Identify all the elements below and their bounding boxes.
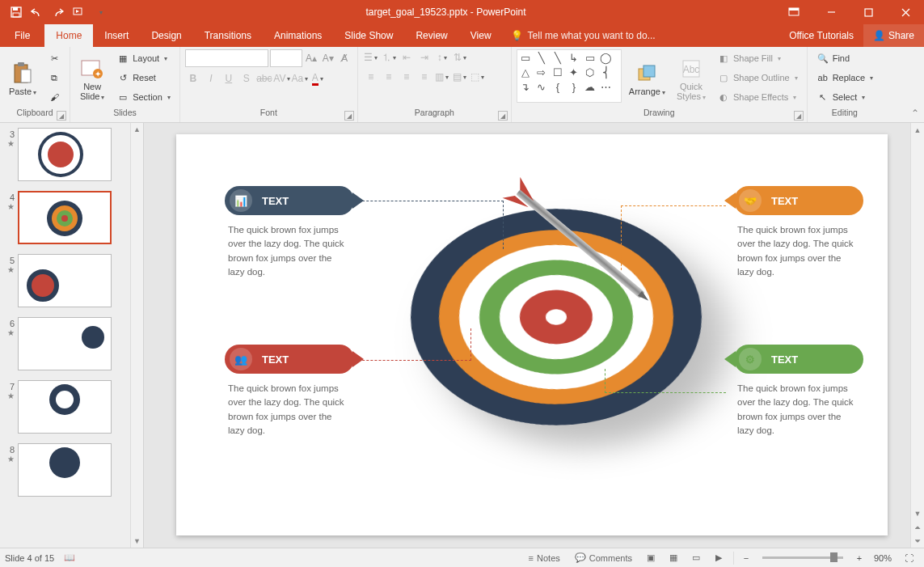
align-text-button[interactable]: ▤	[452, 69, 468, 85]
notes-button[interactable]: ≡ Notes	[522, 550, 567, 566]
thumbnail-scrollbar[interactable]: ▲▼	[130, 123, 143, 548]
ribbon-display-options-icon[interactable]	[775, 0, 812, 24]
scroll-up-icon[interactable]: ▲	[911, 123, 924, 137]
callout-top-left[interactable]: 📊TEXT The quick brown fox jumps over the…	[225, 186, 354, 287]
paste-button[interactable]: Paste	[5, 49, 40, 108]
columns-button[interactable]: ▥	[434, 69, 450, 85]
tab-design[interactable]: Design	[140, 24, 192, 47]
select-button[interactable]: ↖Select	[812, 88, 877, 106]
redo-icon[interactable]	[49, 2, 68, 22]
tab-review[interactable]: Review	[404, 24, 458, 47]
slideshow-view-icon[interactable]: ▶	[708, 550, 729, 566]
font-name-combo[interactable]	[185, 49, 268, 67]
tab-file[interactable]: File	[0, 24, 44, 47]
paragraph-dialog-launcher[interactable]: ◢	[498, 111, 508, 121]
callout-top-right[interactable]: 🤝TEXT The quick brown fox jumps over the…	[734, 186, 863, 287]
zoom-level[interactable]: 90%	[874, 553, 892, 563]
shape-outline-button[interactable]: ▢Shape Outline	[713, 69, 802, 87]
justify-button[interactable]: ≡	[416, 69, 432, 85]
change-case-button[interactable]: Aa	[292, 70, 308, 87]
drawing-dialog-launcher[interactable]: ◢	[794, 111, 804, 121]
text-direction-button[interactable]: ⇅	[452, 49, 468, 66]
callout-bottom-right[interactable]: ⚙TEXT The quick brown fox jumps over the…	[734, 345, 863, 446]
tab-home[interactable]: Home	[44, 24, 93, 47]
prev-slide-icon[interactable]: ⏶	[911, 520, 924, 534]
callout-bottom-left[interactable]: 👥TEXT The quick brown fox jumps over the…	[225, 345, 354, 446]
reset-button[interactable]: ↺Reset	[112, 69, 175, 87]
align-right-button[interactable]: ≡	[399, 69, 415, 85]
scroll-up-icon[interactable]: ▲	[131, 123, 143, 136]
zoom-slider[interactable]	[762, 556, 843, 559]
zoom-out-button[interactable]: −	[738, 553, 754, 563]
tell-me-search[interactable]: 💡 Tell me what you want to do...	[503, 24, 780, 47]
close-button[interactable]	[887, 0, 924, 24]
next-slide-icon[interactable]: ⏷	[911, 534, 924, 548]
canvas-vertical-scrollbar[interactable]: ▲▼⏶⏷	[910, 123, 924, 548]
normal-view-icon[interactable]: ▣	[640, 550, 661, 566]
qat-customize-icon[interactable]	[91, 2, 110, 22]
thumbnail-6[interactable]: 6★	[0, 312, 143, 375]
scroll-down-icon[interactable]: ▼	[911, 506, 924, 520]
replace-button[interactable]: abReplace	[812, 69, 877, 87]
zoom-in-button[interactable]: +	[851, 553, 867, 563]
section-button[interactable]: ▭Section	[112, 88, 175, 106]
format-painter-button[interactable]: 🖌	[44, 88, 65, 106]
clear-formatting-icon[interactable]: A̸	[337, 50, 352, 66]
tab-slideshow[interactable]: Slide Show	[333, 24, 404, 47]
thumbnail-8[interactable]: 8★	[0, 438, 143, 501]
bullets-button[interactable]: ☰	[363, 49, 379, 66]
font-size-combo[interactable]	[270, 49, 302, 67]
shadow-button[interactable]: S	[238, 70, 255, 87]
font-color-button[interactable]: A	[310, 70, 326, 87]
shapes-gallery[interactable]: ▭╲╲↳▭◯ △⇨☐✦⬡⎨ ↴∿{}☁⋯	[517, 49, 622, 103]
thumbnail-7[interactable]: 7★	[0, 375, 143, 438]
minimize-button[interactable]	[812, 0, 850, 24]
increase-indent-button[interactable]: ⇥	[416, 49, 432, 66]
slide-thumbnail-pane[interactable]: 3★ 4★ 5★ 6★ 7★ 8★ ▲▼	[0, 123, 144, 548]
numbering-button[interactable]: ⒈	[381, 49, 397, 66]
shape-fill-button[interactable]: ◧Shape Fill	[713, 49, 802, 67]
italic-button[interactable]: I	[203, 70, 219, 87]
align-left-button[interactable]: ≡	[363, 69, 379, 85]
arrange-button[interactable]: Arrange	[625, 49, 669, 108]
shape-effects-button[interactable]: ◐Shape Effects	[713, 88, 802, 106]
tab-view[interactable]: View	[459, 24, 503, 47]
line-spacing-button[interactable]: ↕	[434, 49, 450, 66]
save-icon[interactable]	[6, 2, 26, 22]
align-center-button[interactable]: ≡	[381, 69, 397, 85]
share-button[interactable]: 👤 Share	[863, 24, 924, 47]
bold-button[interactable]: B	[185, 70, 201, 87]
thumbnail-5[interactable]: 5★	[0, 249, 143, 312]
tab-office-tutorials[interactable]: Office Tutorials	[779, 24, 863, 47]
quick-styles-button[interactable]: Abc Quick Styles	[673, 49, 710, 108]
decrease-font-icon[interactable]: A▾	[320, 50, 335, 66]
tab-transitions[interactable]: Transitions	[193, 24, 263, 47]
tab-animations[interactable]: Animations	[263, 24, 333, 47]
char-spacing-button[interactable]: AV	[274, 70, 290, 87]
convert-smartart-button[interactable]: ⬚	[470, 69, 486, 85]
font-dialog-launcher[interactable]: ◢	[344, 111, 354, 121]
undo-icon[interactable]	[27, 2, 47, 22]
collapse-ribbon-icon[interactable]: ⌃	[906, 47, 924, 122]
tab-insert[interactable]: Insert	[93, 24, 140, 47]
cut-button[interactable]: ✂	[44, 49, 65, 67]
new-slide-button[interactable]: ✦ New Slide	[75, 49, 109, 108]
fit-to-window-icon[interactable]: ⛶	[898, 550, 919, 566]
decrease-indent-button[interactable]: ⇤	[399, 49, 415, 66]
increase-font-icon[interactable]: A▴	[304, 50, 319, 66]
scroll-down-icon[interactable]: ▼	[131, 535, 143, 548]
comments-button[interactable]: 💬 Comments	[568, 550, 639, 566]
strikethrough-button[interactable]: abc	[256, 70, 272, 87]
clipboard-dialog-launcher[interactable]: ◢	[57, 111, 66, 121]
slide[interactable]: 📊TEXT The quick brown fox jumps over the…	[176, 134, 888, 535]
thumbnail-4[interactable]: 4★	[0, 186, 143, 249]
find-button[interactable]: 🔍Find	[812, 49, 877, 67]
reading-view-icon[interactable]: ▭	[686, 550, 707, 566]
underline-button[interactable]: U	[221, 70, 237, 87]
layout-button[interactable]: ▦Layout	[112, 49, 175, 67]
zoom-slider-thumb[interactable]	[830, 552, 838, 562]
thumbnail-3[interactable]: 3★	[0, 123, 143, 186]
spellcheck-icon[interactable]: 📖	[64, 552, 75, 563]
start-from-beginning-icon[interactable]	[70, 2, 89, 22]
slide-counter[interactable]: Slide 4 of 15	[5, 553, 54, 563]
